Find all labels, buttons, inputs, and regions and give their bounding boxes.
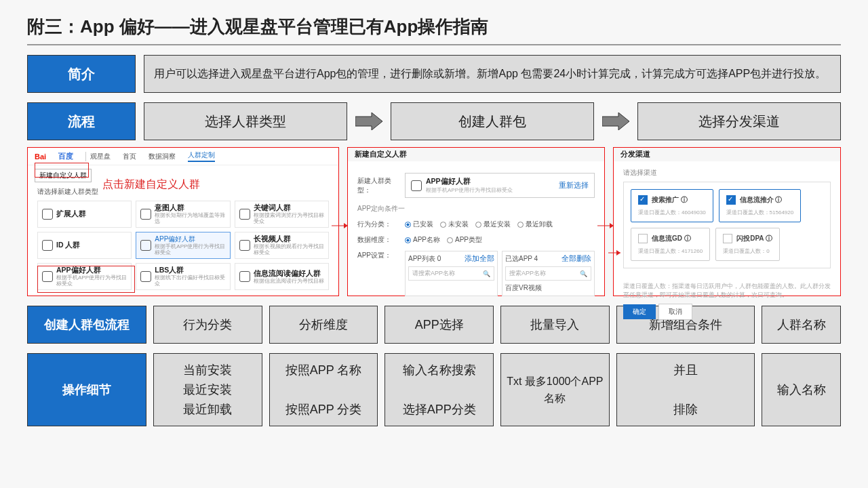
- flow-step-1: 选择人群类型: [144, 102, 347, 140]
- hdr-4: 批量导入: [500, 306, 610, 344]
- intro-text: 用户可以选择进入观星盘平台进行App包的管理，进行删除或新增。新增App 包需要…: [144, 55, 841, 93]
- screenshot-distribute: 分发渠道 请选择渠道 搜索推广 ⓘ渠道日覆盖人数：46049030信息流推介 ⓘ…: [613, 147, 841, 296]
- det-1: 当前安装最近安装最近卸载: [153, 353, 262, 426]
- hdr-3: APP选择: [384, 306, 494, 344]
- det-6: 输入名称: [762, 353, 841, 426]
- detail-label: 操作细节: [27, 353, 146, 426]
- flow-step-2: 创建人群包: [391, 102, 594, 140]
- flow-label: 流程: [27, 102, 136, 140]
- annotation-text: 点击新建自定义人群: [102, 178, 200, 192]
- flow-step-3: 选择分发渠道: [637, 102, 841, 140]
- svg-marker-1: [602, 113, 629, 130]
- screenshot-create-pack: 新建自定义人群 新建人群类型： APP偏好人群根据手机APP使用行为寻找目标受众…: [347, 147, 605, 296]
- create-flow-label: 创建人群包流程: [27, 306, 146, 344]
- arrow-icon: [602, 102, 629, 140]
- hdr-2: 分析维度: [269, 306, 378, 344]
- hdr-1: 行为分类: [153, 306, 262, 344]
- cancel-button[interactable]: 取消: [658, 304, 692, 320]
- confirm-button[interactable]: 确定: [623, 304, 656, 319]
- det-4: Txt 最多1000个APP名称: [500, 353, 610, 426]
- svg-marker-8: [616, 250, 620, 256]
- svg-marker-0: [355, 113, 382, 130]
- det-5: 并且 排除: [616, 353, 755, 426]
- intro-label: 简介: [27, 55, 136, 93]
- page-title: 附三：App 偏好——进入观星盘平台管理已有App操作指南: [27, 15, 841, 45]
- det-3: 输入名称搜索 选择APP分类: [384, 353, 494, 426]
- screenshot-select-type: Bai百度 观星盘 首页 数据洞察 人群定制 新建自定义人群 点击新建自定义人群…: [27, 147, 339, 296]
- det-2: 按照APP 名称 按照APP 分类: [269, 353, 378, 426]
- arrow-icon: [355, 102, 382, 140]
